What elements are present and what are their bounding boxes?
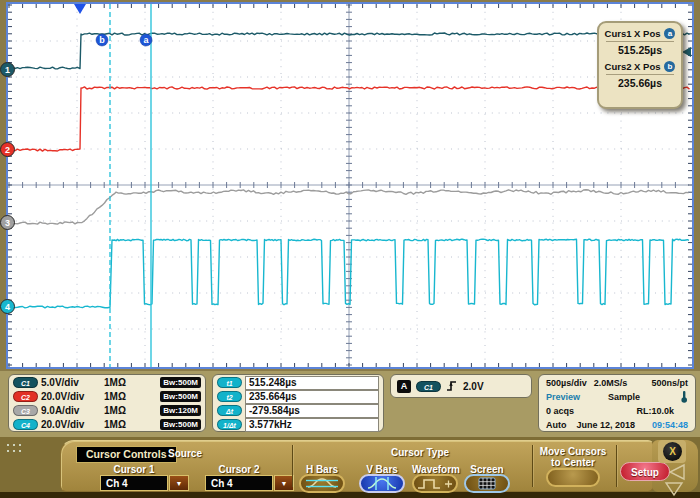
- panel-nav-arrows: [660, 463, 694, 497]
- divider: [606, 74, 674, 75]
- trigger-readout-box: A C1 2.0V: [390, 374, 532, 398]
- ch3-bandwidth: Bw:120M: [160, 405, 201, 416]
- divider: [292, 445, 293, 487]
- ch3-impedance: 1MΩ: [104, 405, 134, 416]
- waveform-cursor-icon: [415, 476, 455, 491]
- nav-down-arrow-icon[interactable]: [666, 483, 682, 495]
- screen-cursor-button[interactable]: [464, 474, 510, 493]
- channel-3-marker[interactable]: 3: [0, 215, 15, 230]
- preview-status: Preview: [546, 392, 580, 402]
- cursor-b-label[interactable]: b: [96, 34, 108, 46]
- acquisition-readout-box: 500µs/div 2.0MS/s 500ns/pt Preview Sampl…: [538, 374, 696, 432]
- timebase-value: 500µs/div: [546, 378, 587, 388]
- curs2-pos-label: Curs2 X Pos: [605, 61, 661, 72]
- cursor-a-badge: a: [664, 28, 675, 39]
- oscilloscope-ui: b a 1 2 3 4 Curs1 X Pos a 515.25µs Curs2…: [0, 0, 700, 498]
- h-bars-button[interactable]: [299, 474, 345, 493]
- channel-1-marker[interactable]: 1: [0, 62, 15, 77]
- resolution-value: 500ns/pt: [651, 378, 688, 388]
- t1-badge: t1: [217, 377, 242, 388]
- t2-value: 235.664µs: [245, 390, 379, 404]
- record-length: RL:10.0k: [636, 406, 674, 416]
- rising-edge-icon: [446, 379, 458, 393]
- datetime-row: Auto June 12, 2018 09:54:48: [546, 418, 688, 431]
- nav-left-arrow-icon[interactable]: [670, 465, 684, 479]
- trigger-level-marker[interactable]: [682, 47, 691, 57]
- t1-value: 515.248µs: [245, 376, 379, 390]
- status-readout-bar: C1 5.0V/div 1MΩ Bw:500M C2 20.0V/div 1MΩ…: [0, 371, 700, 437]
- channel-2-settings: C2 20.0V/div 1MΩ Bw:500M: [13, 390, 201, 403]
- curs2-pos-value: 235.66µs: [599, 77, 681, 89]
- ch1-bandwidth: Bw:500M: [160, 377, 201, 388]
- t1-readout: t1 515.248µs: [217, 376, 379, 389]
- ch2-scale: 20.0V/div: [41, 391, 101, 402]
- sample-rate-value: 2.0MS/s: [594, 378, 628, 388]
- waveform-display: b a 1 2 3 4 Curs1 X Pos a 515.25µs Curs2…: [0, 0, 700, 371]
- curs1-pos-value: 515.25µs: [599, 44, 681, 56]
- trigger-a-badge: A: [397, 380, 411, 393]
- cursor-b-badge: b: [664, 61, 675, 72]
- cursor2-source-select[interactable]: Ch 4: [205, 475, 273, 491]
- close-button[interactable]: X: [663, 442, 682, 461]
- ch4-scale: 20.0V/div: [41, 419, 101, 430]
- mode-row: Preview Sample: [546, 390, 688, 403]
- waveform-button[interactable]: [412, 474, 458, 493]
- cursor-a-label[interactable]: a: [140, 34, 152, 46]
- v-bars-button[interactable]: [359, 474, 405, 493]
- trigger-source-badge: C1: [416, 381, 441, 392]
- acqs-row: 0 acqs RL:10.0k: [546, 404, 688, 417]
- cursor-type-label: Cursor Type: [378, 447, 462, 458]
- delta-t-badge: Δt: [217, 405, 242, 416]
- divider: [616, 445, 617, 487]
- svg-text:b: b: [99, 35, 105, 45]
- ch4-impedance: 1MΩ: [104, 419, 134, 430]
- channel-settings-box: C1 5.0V/div 1MΩ Bw:500M C2 20.0V/div 1MΩ…: [8, 374, 206, 432]
- acquisitions-count: 0 acqs: [546, 406, 574, 416]
- channel-1-settings: C1 5.0V/div 1MΩ Bw:500M: [13, 376, 201, 389]
- curs1-pos-label: Curs1 X Pos: [605, 28, 661, 39]
- thermometer-icon: [680, 390, 688, 403]
- ch3-scale: 9.0A/div: [41, 405, 101, 416]
- trigger-mode: Auto: [546, 420, 567, 430]
- ch1-badge: C1: [13, 377, 38, 388]
- timebase-row: 500µs/div 2.0MS/s 500ns/pt: [546, 376, 688, 389]
- delta-t-readout: Δt -279.584µs: [217, 404, 379, 417]
- cursor1-dropdown-arrow[interactable]: ▼: [169, 475, 189, 491]
- cursor1-source-select[interactable]: Ch 4: [100, 475, 168, 491]
- panel-bottom-strip: [0, 492, 700, 498]
- move-cursors-label: Move Cursors to Center: [534, 446, 612, 468]
- trigger-level-value: 2.0V: [463, 381, 484, 392]
- panel-grip-handle[interactable]: [5, 442, 21, 456]
- source-label: Source: [145, 448, 225, 459]
- t2-badge: t2: [217, 391, 242, 402]
- channel-2-marker[interactable]: 2: [0, 142, 15, 157]
- date-value: June 12, 2018: [577, 420, 636, 430]
- graticule-frame: b a: [6, 2, 694, 369]
- waveform-plot: b a: [8, 4, 692, 367]
- divider: [532, 445, 533, 487]
- ch3-badge: C3: [13, 405, 38, 416]
- cursor1-label: Cursor 1: [98, 464, 170, 475]
- inverse-delta-t-value: 3.577kHz: [245, 418, 379, 432]
- ch4-bandwidth: Bw:500M: [160, 419, 201, 430]
- channel-4-marker[interactable]: 4: [0, 299, 15, 314]
- cursor-readout-box: t1 515.248µs t2 235.664µs Δt -279.584µs …: [212, 374, 384, 432]
- ch2-badge: C2: [13, 391, 38, 402]
- inverse-delta-t-badge: 1/Δt: [217, 419, 242, 430]
- ch4-badge: C4: [13, 419, 38, 430]
- cursor2-dropdown-arrow[interactable]: ▼: [274, 475, 294, 491]
- screen-grid-icon: [467, 476, 507, 491]
- ch2-impedance: 1MΩ: [104, 391, 134, 402]
- cursor-position-readout: Curs1 X Pos a 515.25µs Curs2 X Pos b 235…: [597, 21, 683, 109]
- acquisition-mode: Sample: [608, 392, 640, 402]
- v-bars-icon: [362, 476, 402, 491]
- ch1-scale: 5.0V/div: [41, 377, 101, 388]
- ch2-bandwidth: Bw:500M: [160, 391, 201, 402]
- move-cursors-to-center-button[interactable]: [546, 468, 600, 487]
- inverse-delta-t-readout: 1/Δt 3.577kHz: [217, 418, 379, 431]
- channel-4-settings: C4 20.0V/div 1MΩ Bw:500M: [13, 418, 201, 431]
- ch1-impedance: 1MΩ: [104, 377, 134, 388]
- cursor-controls-panel: Cursor Controls Source Cursor 1 Ch 4 ▼ C…: [0, 437, 700, 498]
- delta-t-value: -279.584µs: [245, 404, 379, 418]
- trigger-position-marker[interactable]: [74, 4, 86, 14]
